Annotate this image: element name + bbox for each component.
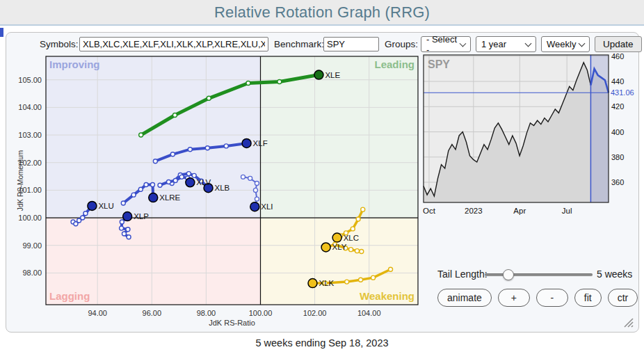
benchmark-label: Benchmark: (274, 39, 324, 49)
spy-y-tick-label: 420 (611, 102, 624, 111)
rrg-head-XLU[interactable] (88, 201, 97, 210)
rrg-button-row: animate + - fit ctr max (437, 289, 644, 307)
rrg-tail-point (360, 249, 364, 253)
chevron-down-icon (525, 40, 532, 47)
rrg-tail-point (74, 222, 78, 226)
groups-select[interactable]: - Select - (421, 36, 471, 52)
rrg-head-XLI[interactable] (250, 202, 259, 211)
slider-thumb[interactable] (503, 269, 514, 280)
rrg-tail-point (153, 159, 157, 163)
period-select[interactable]: 1 year (476, 36, 536, 52)
rrg-tail-point (361, 207, 365, 211)
rrg-tail-point (170, 152, 175, 157)
rrg-label-XLI: XLI (261, 202, 273, 211)
rrg-tail-point (138, 187, 143, 191)
rrg-tail-point (122, 232, 126, 236)
rrg-tail-point (127, 235, 131, 239)
groups-label: Groups: (385, 39, 418, 49)
symbols-input[interactable] (79, 37, 268, 51)
rrg-label-XLE: XLE (325, 71, 340, 79)
rrg-head-XLC[interactable] (332, 233, 341, 242)
spy-x-label: 2023 (465, 207, 483, 215)
spy-x-label: Jul (562, 207, 572, 215)
resize-handle-icon[interactable] (622, 317, 634, 328)
y-tick-label: 104.00 (18, 103, 42, 111)
rrg-tail-point (246, 81, 250, 85)
rrg-tail-point (186, 172, 191, 176)
rrg-tail-point (207, 96, 211, 100)
y-tick-label: 103.00 (18, 131, 42, 139)
rrg-svg: ImprovingLeadingLaggingWeakening94.0096.… (13, 51, 430, 346)
rrg-tail-point (83, 211, 88, 216)
rrg-label-XLF: XLF (253, 139, 268, 147)
rrg-tail-point (81, 216, 85, 220)
rrg-head-XLV[interactable] (186, 178, 195, 187)
x-tick-label: 104.00 (357, 309, 381, 317)
rrg-tail-point (351, 227, 355, 231)
rrg-tail-point (192, 173, 196, 177)
spy-title: SPY (428, 58, 450, 70)
rrg-panel: Symbols: Benchmark: Groups: - Select - 1… (6, 32, 639, 333)
rrg-label-XLK: XLK (319, 279, 334, 287)
center-button[interactable]: ctr (608, 289, 638, 307)
zoom-out-button[interactable]: - (536, 289, 568, 307)
rrg-head-XLE[interactable] (314, 70, 323, 79)
y-tick-label: 99.00 (22, 241, 42, 250)
rrg-label-XLU: XLU (98, 202, 113, 210)
x-tick-label: 100.00 (249, 309, 273, 317)
rrg-tail-point (167, 179, 171, 184)
rrg-head-XLP[interactable] (123, 212, 132, 221)
x-tick-label: 98.00 (197, 309, 216, 317)
rrg-tail-point (179, 175, 184, 179)
frequency-select-value: Weekly (547, 39, 576, 49)
rrg-tail-point (255, 197, 259, 201)
slider-track[interactable] (485, 273, 593, 276)
rrg-tail-point (139, 133, 143, 137)
spy-y-tick-label: 460 (611, 52, 624, 61)
zoom-in-button[interactable]: + (498, 289, 530, 307)
x-tick-label: 94.00 (88, 309, 107, 317)
rrg-label-XLRE: XLRE (159, 193, 180, 202)
spy-chart[interactable]: 360380400420440460431.06Oct2023AprJulSPY (418, 51, 639, 221)
tail-length-slider[interactable] (485, 269, 593, 280)
y-axis-title: JdK RS-Momentum (17, 150, 24, 211)
spy-x-label: Oct (423, 207, 436, 215)
rrg-head-XLF[interactable] (242, 138, 251, 147)
chevron-down-icon (579, 40, 586, 47)
rrg-tail-point (121, 201, 125, 205)
y-tick-label: 105.00 (18, 76, 42, 84)
toolbar: Symbols: Benchmark: Groups: - Select - 1… (6, 35, 638, 52)
rrg-tail-point (120, 220, 124, 224)
symbols-label: Symbols: (40, 39, 79, 49)
rrg-head-XLY[interactable] (321, 243, 330, 252)
rrg-tail-point (371, 275, 376, 280)
page-header: Relative Rotation Graph (RRG) (0, 0, 644, 26)
update-button[interactable]: Update (595, 36, 642, 52)
benchmark-input[interactable] (323, 37, 379, 51)
quadrant-label-leading: Leading (374, 58, 414, 70)
rrg-tail-point (126, 227, 130, 232)
rrg-head-XLK[interactable] (308, 279, 317, 288)
animate-button[interactable]: animate (437, 289, 492, 307)
rrg-label-XLY: XLY (332, 243, 347, 251)
rrg-tail-point (255, 181, 259, 185)
footer-caption: 5 weeks ending Sep 18, 2023 (0, 337, 644, 349)
y-tick-label: 98.00 (22, 269, 42, 277)
rrg-tail-point (173, 179, 177, 183)
rrg-tail-point (389, 267, 393, 271)
tail-length-label: Tail Length: (437, 269, 488, 280)
rrg-label-XLC: XLC (344, 234, 359, 242)
left-edge-accent (0, 28, 3, 37)
rrg-tail-point (205, 146, 209, 150)
rrg-tail-point (172, 113, 177, 117)
spy-y-tick-label: 380 (611, 153, 624, 161)
spy-x-label: Apr (513, 207, 526, 215)
rrg-head-XLRE[interactable] (149, 193, 158, 202)
rrg-tail-point (253, 188, 257, 192)
rrg-label-XLB: XLB (215, 184, 230, 192)
quadrant-label-weakening: Weakening (360, 290, 414, 302)
x-tick-label: 96.00 (143, 309, 162, 317)
rrg-chart[interactable]: ImprovingLeadingLaggingWeakening94.0096.… (13, 51, 430, 346)
fit-button[interactable]: fit (574, 289, 602, 307)
frequency-select[interactable]: Weekly (541, 36, 590, 52)
